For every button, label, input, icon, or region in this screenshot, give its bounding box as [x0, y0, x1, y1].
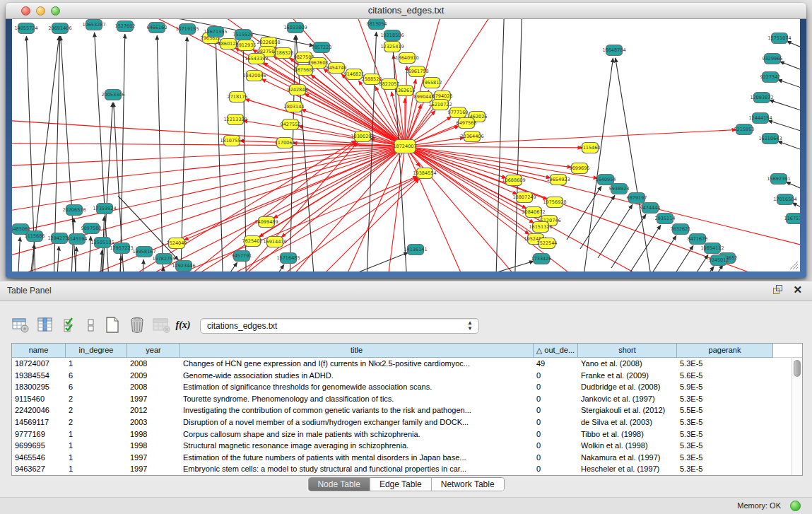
graph-node[interactable]: 16961758 — [405, 66, 428, 77]
graph-node[interactable]: 9227342 — [760, 72, 781, 83]
graph-node[interactable]: 9474444 — [640, 203, 661, 214]
delete-column-button[interactable] — [126, 315, 148, 335]
graph-node[interactable]: 7632621 — [671, 224, 691, 235]
graph-node[interactable]: 20206576 — [62, 205, 86, 216]
graph-node[interactable]: 8186328 — [273, 48, 294, 59]
column-header-name[interactable]: name — [12, 344, 66, 358]
table-row[interactable]: 1830029562008Estimation of significance … — [12, 381, 791, 393]
close-panel-icon[interactable]: ✕ — [793, 285, 802, 295]
graph-node[interactable]: 9457791 — [232, 251, 252, 262]
graph-node[interactable]: 8813054 — [367, 19, 387, 30]
graph-node[interactable]: 1170064 — [275, 138, 295, 148]
canvas-resize-grip[interactable] — [787, 259, 799, 270]
graph-node[interactable]: 8215953 — [734, 124, 755, 135]
graph-node[interactable]: 1145194 — [67, 234, 88, 245]
graph-node[interactable]: 18640910 — [395, 53, 418, 64]
graph-node[interactable]: 8471676 — [688, 234, 708, 245]
table-mode-button[interactable] — [10, 315, 31, 335]
graph-node[interactable]: 20053346 — [101, 90, 124, 100]
graph-node[interactable]: 2803144 — [284, 102, 305, 112]
function-builder-button[interactable]: f(x) — [176, 315, 190, 335]
graph-node[interactable]: 20691406 — [48, 23, 71, 34]
graph-node[interactable]: 19218506 — [380, 30, 404, 41]
table-row[interactable]: 2242004622012Investigating the contribut… — [12, 404, 791, 416]
column-header-in_degree[interactable]: in_degree — [66, 344, 127, 358]
delete-table-button[interactable] — [151, 315, 172, 335]
table-row[interactable]: 1872400712008Changes of HCN gene express… — [12, 358, 791, 370]
create-column-button[interactable] — [102, 315, 123, 335]
network-window-titlebar[interactable]: citations_edges.txt — [6, 3, 806, 19]
graph-node[interactable]: 1362615 — [395, 86, 416, 96]
graph-node[interactable]: 14136141 — [404, 245, 427, 255]
graph-node[interactable]: 15716485 — [276, 253, 300, 264]
graph-node[interactable]: 7515526 — [233, 30, 254, 40]
column-header-year[interactable]: year — [127, 344, 180, 358]
graph-node[interactable]: 14099489 — [254, 217, 278, 228]
graph-node[interactable]: 2522544 — [537, 238, 558, 249]
network-canvas[interactable]: 1872400779638228860128891293528226058982… — [12, 19, 800, 271]
table-selector-combo[interactable]: citations_edges.txt ▲▼ — [200, 318, 479, 334]
graph-node[interactable]: 6879197 — [627, 193, 647, 204]
minimize-window-button[interactable] — [36, 6, 45, 16]
show-columns-button[interactable] — [35, 315, 56, 335]
graph-node[interactable]: 18724007 — [393, 140, 416, 153]
tab-edge-table[interactable]: Edge Table — [370, 478, 432, 491]
graph-node[interactable]: 7955812 — [422, 78, 442, 88]
column-header-title[interactable]: title — [180, 344, 534, 358]
scrollbar-thumb[interactable] — [794, 360, 801, 377]
graph-node[interactable]: 16033809 — [283, 23, 307, 33]
graph-node[interactable]: 7524049 — [167, 238, 187, 249]
row-height-button[interactable] — [84, 315, 98, 335]
graph-node[interactable]: 6466160 — [147, 23, 167, 33]
graph-node[interactable]: 8990443 — [414, 92, 435, 103]
graph-node[interactable]: 7625402 — [242, 236, 263, 247]
table-vertical-scrollbar[interactable] — [792, 358, 802, 475]
graph-node[interactable]: 17359924 — [93, 204, 116, 214]
graph-node[interactable]: 20364406 — [460, 132, 483, 142]
table-row[interactable]: 969969511998Structural magnetic resonanc… — [12, 440, 791, 452]
graph-node[interactable]: 9115460 — [580, 143, 601, 153]
graph-node[interactable]: 12325419 — [380, 42, 404, 52]
column-header-out_de[interactable]: △ out_de... — [534, 344, 578, 358]
graph-node[interactable]: 8912935 — [236, 40, 257, 51]
graph-node[interactable]: 7857223 — [312, 42, 332, 53]
graph-node[interactable]: 12213359 — [223, 115, 247, 125]
column-header-pagerank[interactable]: pagerank — [677, 344, 773, 358]
network-graph[interactable]: 1872400779638228860128891293528226058982… — [12, 19, 800, 271]
graph-node[interactable]: 10653287 — [82, 20, 105, 30]
graph-node[interactable]: 12093872 — [750, 93, 773, 103]
graph-node[interactable]: 9875685 — [295, 65, 315, 76]
graph-node[interactable]: 2718176 — [228, 92, 248, 103]
graph-node[interactable]: 9329966 — [763, 54, 783, 64]
graph-node[interactable]: 1167534 — [784, 214, 800, 224]
table-row[interactable]: 946554611997Estimation of the future num… — [12, 452, 791, 464]
graph-node[interactable]: 1640954 — [596, 175, 616, 185]
graph-node[interactable]: 5938923 — [609, 184, 630, 194]
column-header-short[interactable]: short — [578, 344, 677, 358]
graph-node[interactable]: 19654923 — [546, 175, 570, 185]
graph-node[interactable]: 1527602 — [115, 21, 136, 32]
zoom-window-button[interactable] — [51, 6, 60, 16]
graph-node[interactable]: 9097588 — [81, 223, 102, 234]
graph-node[interactable]: 18107554 — [220, 136, 243, 146]
select-columns-button[interactable] — [59, 315, 81, 335]
graph-node[interactable]: 9777169 — [448, 107, 469, 118]
graph-node[interactable]: 10719155 — [175, 24, 199, 35]
table-row[interactable]: 1456911722003Disruption of a novel membe… — [12, 416, 791, 428]
graph-node[interactable]: 1733426 — [531, 254, 552, 264]
graph-node[interactable]: 9242848 — [288, 85, 308, 95]
close-window-button[interactable] — [21, 6, 30, 16]
graph-node[interactable]: 14055724 — [14, 23, 37, 34]
tab-network-table[interactable]: Network Table — [432, 478, 504, 491]
float-panel-icon[interactable] — [773, 285, 783, 295]
table-row[interactable]: 1938455462009Genome-wide association stu… — [12, 370, 791, 382]
graph-node[interactable]: 12444154 — [748, 113, 772, 124]
graph-node[interactable]: 16648784 — [602, 45, 625, 56]
graph-node[interactable]: 6497568 — [457, 118, 477, 129]
table-row[interactable]: 946362711997Embryonic stem cells: a mode… — [12, 463, 791, 475]
tab-node-table[interactable]: Node Table — [308, 478, 370, 491]
graph-node[interactable]: 1115686 — [25, 231, 45, 242]
graph-node[interactable]: 16210643 — [758, 134, 782, 144]
graph-node[interactable]: 2935114 — [655, 214, 676, 224]
table-row[interactable]: 977716911998Corpus callosum shape and si… — [12, 428, 791, 440]
